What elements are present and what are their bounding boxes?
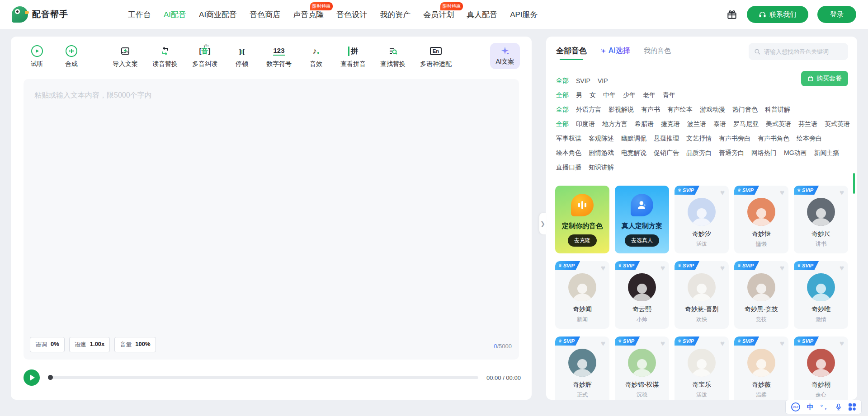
pause-button[interactable]: ]I[ 停顿 <box>232 46 252 68</box>
cards-scrollbar[interactable] <box>853 173 855 194</box>
filter-item[interactable]: 绘本角色 <box>556 149 581 157</box>
tab-my-voices[interactable]: 我的音色 <box>644 47 671 55</box>
filter-item[interactable]: 电竞解说 <box>621 149 646 157</box>
grid-icon[interactable] <box>849 403 856 411</box>
search-input[interactable] <box>764 48 841 55</box>
text-input-area[interactable]: 粘贴或输入文本内容，限5000个字内 语调0% 语速1.00x 音量100% 0… <box>24 79 519 360</box>
custom-voice-promo-card[interactable]: 定制你的音色 去克隆 <box>555 186 609 253</box>
filter-item[interactable]: 芬兰语 <box>798 120 817 128</box>
player-play-button[interactable] <box>24 369 40 386</box>
go-clone-button[interactable]: 去克隆 <box>568 234 597 247</box>
favorite-heart-icon[interactable]: ♥ <box>840 264 844 273</box>
choose-person-button[interactable]: 去选真人 <box>625 234 659 247</box>
buy-package-button[interactable]: 购买套餐 <box>801 71 848 86</box>
filter-item[interactable]: 有声书角色 <box>758 135 789 143</box>
brand[interactable]: 配音帮手 <box>12 6 68 23</box>
seek-bar[interactable] <box>48 376 478 379</box>
sound-effect-button[interactable]: ♪● 音效 <box>306 46 326 68</box>
favorite-heart-icon[interactable]: ♥ <box>840 188 844 197</box>
login-button[interactable]: 登录 <box>817 6 856 23</box>
favorite-heart-icon[interactable]: ♥ <box>780 339 784 348</box>
favorite-heart-icon[interactable]: ♥ <box>601 264 605 273</box>
filter-item[interactable]: 青年 <box>663 91 675 99</box>
filter-item[interactable]: MG动画 <box>784 149 807 157</box>
filter-item[interactable]: 英式英语 <box>825 120 850 128</box>
voice-card[interactable]: ♛SVIP ♥ 奇云熙 小帅 <box>615 261 669 329</box>
filter-item[interactable]: 知识讲解 <box>589 164 614 172</box>
filter-item[interactable]: 泰语 <box>713 120 726 128</box>
filter-item[interactable]: 幽默调侃 <box>621 135 646 143</box>
gift-icon[interactable] <box>726 9 738 20</box>
multilang-button[interactable]: En 多语种适配 <box>420 46 452 68</box>
filter-item[interactable]: 科普讲解 <box>765 106 790 114</box>
favorite-heart-icon[interactable]: ♥ <box>780 264 784 273</box>
tab-all-voices[interactable]: 全部音色 <box>556 46 587 56</box>
filter-item[interactable]: 热门音色 <box>732 106 758 114</box>
filter-all[interactable]: 全部 <box>556 120 569 128</box>
filter-item[interactable]: VIP <box>598 77 608 84</box>
filter-item[interactable]: 印度语 <box>576 120 595 128</box>
listen-button[interactable]: 试听 <box>27 46 47 68</box>
seek-handle[interactable] <box>48 375 53 380</box>
voice-card[interactable]: ♛SVIP ♥ 奇妙闻 新闻 <box>555 261 609 329</box>
filter-item[interactable]: 新闻主播 <box>814 149 840 157</box>
filter-item[interactable]: 少年 <box>623 91 636 99</box>
filter-item[interactable]: 有声绘本 <box>667 106 693 114</box>
filter-item[interactable]: 剧情游戏 <box>589 149 614 157</box>
filter-item[interactable]: 捷克语 <box>661 120 680 128</box>
contact-us-button[interactable]: 联系我们 <box>747 6 808 23</box>
voice-card[interactable]: ♛SVIP ♥ 奇妙辉 正式 <box>555 337 609 400</box>
filter-item[interactable]: 军事权谋 <box>556 135 581 143</box>
filter-item[interactable]: 绘本旁白 <box>797 135 822 143</box>
filter-item[interactable]: 促销广告 <box>654 149 679 157</box>
filter-item[interactable]: 中年 <box>603 91 616 99</box>
tab-ai-select[interactable]: AI选择 <box>600 46 630 56</box>
nav-item-音色商店[interactable]: 音色商店 <box>250 9 280 20</box>
favorite-heart-icon[interactable]: ♥ <box>601 339 605 348</box>
voice-card[interactable]: ♛SVIP ♥ 奇宝乐 活泼 <box>675 337 729 400</box>
voice-card[interactable]: ♛SVIP ♥ 奇妙尺 讲书 <box>794 186 848 253</box>
filter-all[interactable]: 全部 <box>556 106 569 114</box>
filter-item[interactable]: 客观陈述 <box>589 135 614 143</box>
filter-item[interactable]: 有声书旁白 <box>719 135 750 143</box>
real-person-promo-card[interactable]: ♪ 真人定制方案 去选真人 <box>615 186 669 253</box>
filter-item[interactable]: 普通旁白 <box>719 149 744 157</box>
filter-all[interactable]: 全部 <box>556 91 569 99</box>
collapse-panel-handle[interactable]: ❯ <box>539 213 546 234</box>
favorite-heart-icon[interactable]: ♥ <box>780 188 784 197</box>
favorite-heart-icon[interactable]: ♥ <box>720 188 725 197</box>
nav-item-会员计划[interactable]: 会员计划限时特惠 <box>423 9 454 20</box>
pitch-control[interactable]: 语调0% <box>30 337 65 352</box>
filter-item[interactable]: 外语方言 <box>576 106 601 114</box>
filter-item[interactable]: 地方方言 <box>602 120 627 128</box>
view-pinyin-button[interactable]: 拼 查看拼音 <box>340 46 366 68</box>
voice-card[interactable]: ♛SVIP ♥ 奇妙悬-喜剧 欢快 <box>675 261 729 329</box>
synthesize-button[interactable]: 合成 <box>61 46 81 68</box>
favorite-heart-icon[interactable]: ♥ <box>840 339 844 348</box>
filter-item[interactable]: 品质旁白 <box>686 149 712 157</box>
filter-item[interactable]: 有声书 <box>641 106 660 114</box>
filter-item[interactable]: 希腊语 <box>635 120 654 128</box>
filter-item[interactable]: 悬疑推理 <box>654 135 679 143</box>
number-symbol-button[interactable]: 123 数字符号 <box>266 46 292 68</box>
punctuation-icon[interactable]: °， <box>821 403 829 411</box>
filter-item[interactable]: 罗马尼亚 <box>733 120 759 128</box>
favorite-heart-icon[interactable]: ♥ <box>720 339 725 348</box>
volume-control[interactable]: 音量100% <box>114 337 156 352</box>
filter-item[interactable]: SVIP <box>576 77 590 84</box>
pronunciation-replace-button[interactable]: 读音替换 <box>152 46 178 68</box>
filter-item[interactable]: 网络热门 <box>751 149 777 157</box>
filter-item[interactable]: 美式英语 <box>766 120 791 128</box>
voice-card[interactable]: ♛SVIP ♥ 奇妙黑-竞技 竞技 <box>734 261 788 329</box>
ifly-logo-icon[interactable]: iFLY <box>791 402 800 411</box>
filter-item[interactable]: 游戏动漫 <box>700 106 725 114</box>
nav-item-音色设计[interactable]: 音色设计 <box>336 9 367 20</box>
voice-card[interactable]: ♛SVIP ♥ 奇妙锦-权谋 沉稳 <box>615 337 669 400</box>
voice-card[interactable]: ♛SVIP ♥ 奇妙惬 慵懒 <box>734 186 788 253</box>
filter-item[interactable]: 女 <box>590 91 596 99</box>
chinese-mode-icon[interactable]: 中 <box>807 403 814 411</box>
nav-item-工作台[interactable]: 工作台 <box>128 9 151 20</box>
nav-item-真人配音[interactable]: 真人配音 <box>467 9 497 20</box>
filter-all[interactable]: 全部 <box>556 77 569 85</box>
filter-item[interactable]: 影视解说 <box>609 106 634 114</box>
